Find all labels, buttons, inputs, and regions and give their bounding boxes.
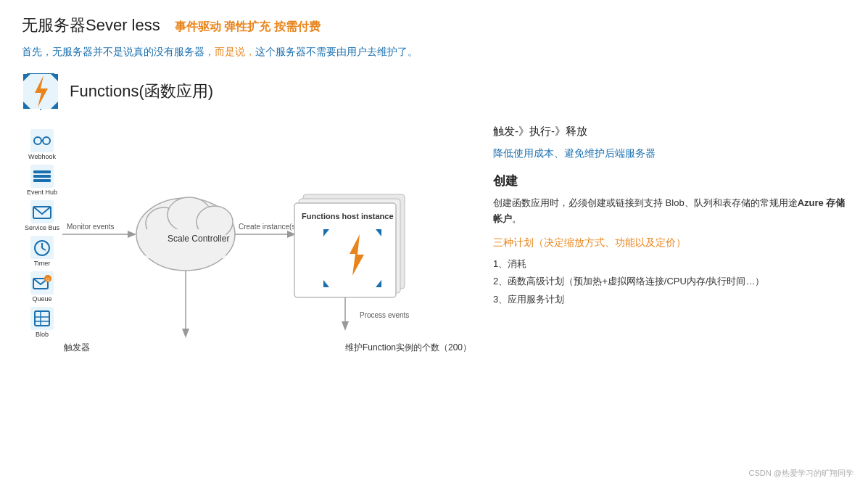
servicebus-icon [30,200,54,223]
svg-text:Q: Q [46,277,50,281]
content-area: Webhook Event Hub [22,122,846,354]
maintain-bottom-label: 维护Function实例的个数（200） [345,342,471,354]
svg-rect-13 [33,175,51,178]
trigger-blob: Blob [22,307,62,338]
svg-marker-31 [128,231,136,238]
plan-list: 1、消耗 2、函数高级计划（预加热+虚拟网络连接/CPU内存/执行时间…） 3、… [493,255,846,309]
queue-label: Queue [32,295,51,302]
svg-text:Monitor events: Monitor events [67,223,115,231]
webhook-label: Webhook [28,153,56,160]
intro-part2: 这个服务器不需要由用户去维护了。 [255,46,418,57]
svg-text:Create instance(s): Create instance(s) [239,223,298,231]
functions-section-title: Functions(函数应用) [70,81,213,102]
queue-icon: Q [30,271,54,295]
intro-text: 首先，无服务器并不是说真的没有服务器，而是说，这个服务器不需要由用户去维护了。 [22,44,846,59]
trigger-bottom-label: 触发器 [64,342,90,354]
create-desc: 创建函数应用时，必须创建或链接到支持 Blob、队列和表存储的常规用途Azure… [493,195,846,227]
functions-logo-icon [22,73,59,110]
create-desc-part2: 。 [512,213,521,224]
trigger-flow-text: 触发-》执行-》释放 [493,125,846,139]
plan-item-3: 3、应用服务计划 [493,291,846,309]
timer-label: Timer [34,260,51,267]
create-section-title: 创建 [493,173,846,189]
right-panel: 触发-》执行-》释放 降低使用成本、避免维护后端服务器 创建 创建函数应用时，必… [493,122,846,354]
svg-marker-55 [182,329,189,338]
svg-text:Process events: Process events [360,311,409,319]
svg-text:Scale Controller: Scale Controller [168,234,229,244]
blob-label: Blob [36,331,49,338]
watermark: CSDN @热爱学习的旷翔同学 [749,468,853,479]
functions-header: Functions(函数应用) [22,73,846,110]
eventhub-label: Event Hub [27,189,57,196]
servicebus-label: Service Bus [25,224,59,231]
trigger-timer: Timer [22,236,62,267]
svg-rect-12 [33,170,51,173]
eventhub-icon [30,165,54,188]
subtitle-highlight: 事件驱动 弹性扩充 按需付费 [175,20,321,35]
plan-item-1: 1、消耗 [493,255,846,273]
plan-title: 三种计划（决定缩放方式、功能以及定价） [493,236,846,250]
flow-svg: Monitor events Scale Controller Create i… [62,122,454,347]
reduce-cost-text: 降低使用成本、避免维护后端服务器 [493,146,846,161]
intro-part1: 首先，无服务器并不是说真的没有服务器， [22,46,215,57]
trigger-eventhub: Event Hub [22,165,62,196]
trigger-webhook: Webhook [22,129,62,160]
svg-marker-52 [342,321,349,331]
intro-emphasis: 而是说， [215,46,255,57]
blob-icon [30,307,54,330]
left-panel: Webhook Event Hub [22,122,471,354]
webhook-icon [30,129,54,152]
svg-text:Functions host instance: Functions host instance [302,212,394,221]
trigger-servicebus: Service Bus [22,200,62,231]
flow-diagram: Monitor events Scale Controller Create i… [62,122,471,354]
diagram-area: Webhook Event Hub [22,122,471,354]
svg-rect-14 [33,179,51,182]
triggers-column: Webhook Event Hub [22,122,62,354]
create-desc-part1: 创建函数应用时，必须创建或链接到支持 Blob、队列和表存储的常规用途 [493,197,798,208]
trigger-queue: Q Queue [22,271,62,302]
svg-rect-25 [30,307,54,330]
timer-icon [30,236,54,259]
page-title: 无服务器Sever less [22,15,160,36]
plan-item-2: 2、函数高级计划（预加热+虚拟网络连接/CPU内存/执行时间…） [493,273,846,291]
